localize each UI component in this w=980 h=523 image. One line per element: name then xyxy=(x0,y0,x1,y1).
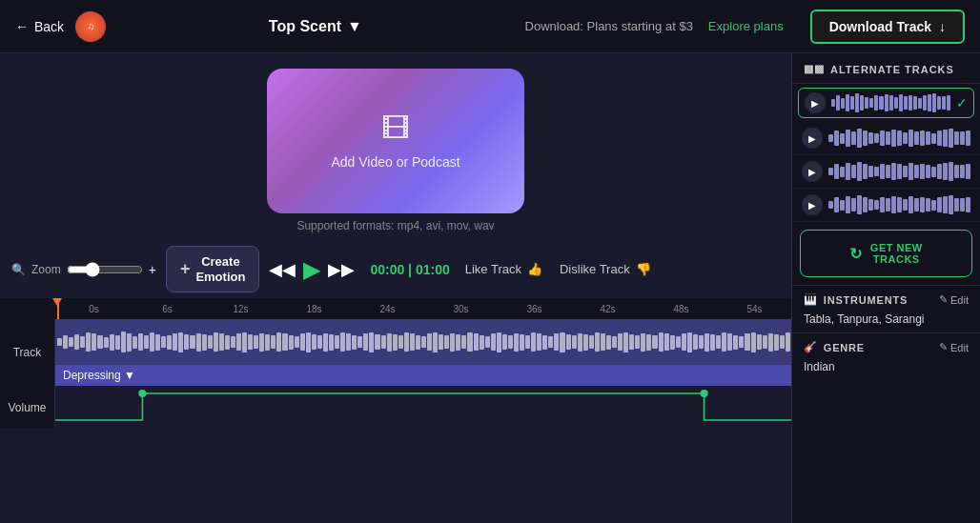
skip-forward-button[interactable]: ▶▶ xyxy=(328,259,355,280)
skip-back-button[interactable]: ◀◀ xyxy=(269,259,296,280)
emotion-chevron-icon: ▼ xyxy=(124,369,135,382)
instruments-edit-label: Edit xyxy=(950,294,969,306)
download-arrow-icon: ↓ xyxy=(939,19,946,34)
volume-label-text: Volume xyxy=(8,401,46,414)
ruler-mark-54: 54s xyxy=(718,304,791,314)
track-label-text: Track xyxy=(13,346,42,359)
alt-track-item-3[interactable]: ▶ xyxy=(792,155,980,189)
logo-icon: ♫ xyxy=(87,21,94,31)
alt-track-item-2[interactable]: ▶ xyxy=(792,122,980,155)
guitar-icon: 🎸 xyxy=(804,341,818,353)
waveform-bars xyxy=(57,323,789,361)
zoom-plus-icon: + xyxy=(149,262,156,277)
pencil-icon: ✎ xyxy=(939,293,948,306)
ruler-mark-30: 30s xyxy=(424,304,498,314)
play-button[interactable]: ▶ xyxy=(303,256,320,283)
instruments-edit-button[interactable]: ✎ Edit xyxy=(939,293,969,306)
video-card[interactable]: 🎞 Add Video or Podcast xyxy=(267,69,524,213)
track-label: Track xyxy=(0,319,55,386)
alt-waveform-1 xyxy=(831,92,950,113)
time-current: 00:00 xyxy=(370,262,404,277)
center-area: 🎞 Add Video or Podcast Supported formats… xyxy=(0,53,791,523)
search-icon: 🔍 xyxy=(11,263,26,276)
emotion-label-text: Depressing xyxy=(63,369,121,382)
pencil-icon-genre: ✎ xyxy=(939,341,948,353)
chevron-down-icon: ▼ xyxy=(347,18,362,35)
create-emotion-label: Create Emotion xyxy=(195,254,245,284)
alt-play-button-1[interactable]: ▶ xyxy=(805,92,826,113)
back-label: Back xyxy=(34,19,64,34)
instruments-title-text: INSTRUMENTS xyxy=(824,294,908,306)
alt-track-item-4[interactable]: ▶ xyxy=(792,189,980,222)
alt-play-button-3[interactable]: ▶ xyxy=(802,161,823,182)
top-scent-label: Top Scent xyxy=(269,18,341,35)
thumbs-down-icon: 👎 xyxy=(636,262,651,276)
instruments-header-row: 🎹 INSTRUMENTS ✎ Edit xyxy=(804,293,969,306)
ruler-mark-36: 36s xyxy=(498,304,571,314)
waveform-icon: ▩▩ xyxy=(804,63,825,75)
logo: ♫ xyxy=(75,11,106,42)
plus-icon: + xyxy=(180,259,191,280)
time-total: 01:00 xyxy=(416,262,450,277)
ruler-mark-42: 42s xyxy=(571,304,644,314)
like-track-button[interactable]: Like Track 👍 xyxy=(465,262,542,276)
ruler-mark-12: 12s xyxy=(204,304,277,314)
instruments-icon: 🎹 xyxy=(804,293,818,306)
instruments-section: 🎹 INSTRUMENTS ✎ Edit Tabla, Tanpura, Sar… xyxy=(792,285,980,332)
zoom-slider[interactable] xyxy=(67,262,143,277)
time-ruler: 0s 6s 12s 18s 24s 30s 36s 42s 48s 54s xyxy=(0,298,791,319)
dislike-track-label: Dislike Track xyxy=(560,262,630,276)
download-track-button[interactable]: Download Track ↓ xyxy=(810,10,965,44)
right-sidebar: ▩▩ ALTERNATE TRACKS ▶ ✓ ▶ ▶ ▶ ↻ GET NEW … xyxy=(791,53,980,523)
alt-waveform-2 xyxy=(828,128,970,149)
ruler-mark-6: 6s xyxy=(131,304,204,314)
dislike-track-button[interactable]: Dislike Track 👎 xyxy=(560,262,651,276)
supported-formats-text: Supported formats: mp4, avi, mov, wav xyxy=(296,219,494,232)
back-button[interactable]: ← Back xyxy=(15,19,64,34)
emotion-label-row: Depressing ▼ xyxy=(55,365,791,386)
svg-point-1 xyxy=(701,390,708,397)
genre-header-row: 🎸 GENRE ✎ Edit xyxy=(804,341,969,353)
alt-play-button-2[interactable]: ▶ xyxy=(802,128,823,149)
transport-controls: ◀◀ ▶ ▶▶ xyxy=(269,256,355,283)
alt-waveform-3 xyxy=(828,161,970,182)
zoom-section: 🔍 Zoom + xyxy=(11,262,156,277)
alternate-tracks-title: ALTERNATE TRACKS xyxy=(830,64,954,75)
ruler-mark-48: 48s xyxy=(644,304,718,314)
instruments-value: Tabla, Tanpura, Sarangi xyxy=(804,312,925,326)
alt-play-button-4[interactable]: ▶ xyxy=(802,194,823,215)
ruler-mark-0: 0s xyxy=(57,304,131,314)
alternate-tracks-header: ▩▩ ALTERNATE TRACKS xyxy=(792,53,980,84)
download-info-text: Download: Plans starting at $3 xyxy=(525,19,693,33)
top-scent-button[interactable]: Top Scent ▼ xyxy=(269,18,362,35)
instruments-title: 🎹 INSTRUMENTS xyxy=(804,293,908,306)
volume-row: Volume xyxy=(0,386,791,429)
timeline-area: 0s 6s 12s 18s 24s 30s 36s 42s 48s 54s Tr… xyxy=(0,298,791,523)
alt-waveform-4 xyxy=(828,194,970,215)
like-track-label: Like Track xyxy=(465,262,521,276)
back-arrow-icon: ← xyxy=(15,19,29,34)
track-content[interactable]: Depressing ▼ xyxy=(55,319,791,386)
controls-bar: 🔍 Zoom + + Create Emotion ◀◀ ▶ ▶▶ 00:00 … xyxy=(0,240,791,298)
main-container: 🎞 Add Video or Podcast Supported formats… xyxy=(0,53,980,523)
emotion-dropdown[interactable]: Depressing ▼ xyxy=(63,369,135,382)
film-icon: 🎞 xyxy=(381,112,410,145)
download-track-label: Download Track xyxy=(829,19,931,34)
alt-track-item-1[interactable]: ▶ ✓ xyxy=(798,88,974,118)
genre-title-text: GENRE xyxy=(824,342,865,353)
genre-title: 🎸 GENRE xyxy=(804,341,865,353)
genre-section: 🎸 GENRE ✎ Edit Indian xyxy=(792,332,980,380)
add-video-label: Add Video or Podcast xyxy=(331,154,459,170)
video-preview: 🎞 Add Video or Podcast Supported formats… xyxy=(0,53,791,240)
genre-edit-label: Edit xyxy=(950,342,969,353)
header: ← Back ♫ Top Scent ▼ Download: Plans sta… xyxy=(0,0,980,53)
create-emotion-button[interactable]: + Create Emotion xyxy=(166,246,260,292)
get-new-tracks-button[interactable]: ↻ GET NEW TRACKS xyxy=(800,230,972,277)
genre-value: Indian xyxy=(804,360,835,373)
waveform-area xyxy=(55,319,791,365)
genre-edit-button[interactable]: ✎ Edit xyxy=(939,341,969,353)
refresh-icon: ↻ xyxy=(849,245,863,263)
zoom-label: Zoom xyxy=(31,263,61,276)
svg-point-0 xyxy=(138,390,146,397)
explore-plans-link[interactable]: Explore plans xyxy=(708,19,784,33)
